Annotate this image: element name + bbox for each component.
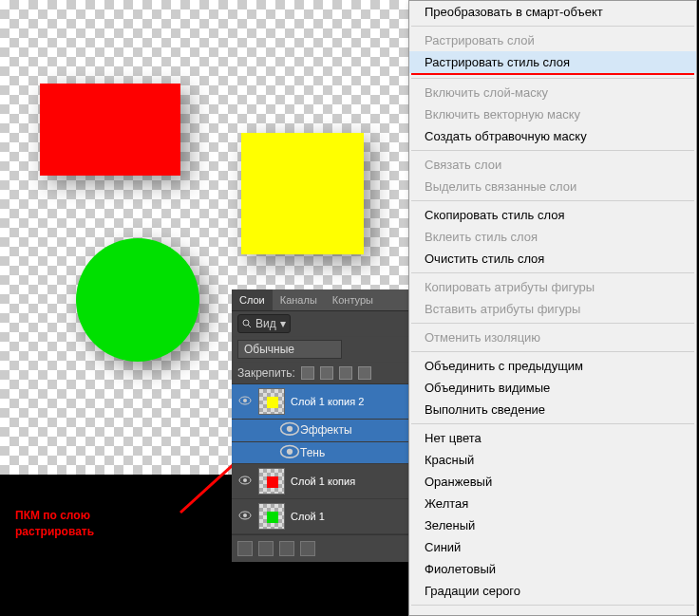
menu-item[interactable]: Градации серого — [409, 580, 696, 602]
chevron-down-icon: ▾ — [280, 317, 286, 330]
menu-separator — [411, 323, 694, 324]
lock-brush-icon[interactable] — [320, 366, 333, 380]
menu-item[interactable]: Красный — [409, 449, 696, 471]
yellow-rect-shape — [241, 133, 364, 254]
adjustment-layer-icon[interactable] — [300, 541, 315, 556]
layer-style-icon[interactable] — [258, 541, 274, 556]
menu-item[interactable]: Желтая — [409, 493, 696, 514]
visibility-eye-icon[interactable] — [232, 475, 258, 488]
lock-transparency-icon[interactable] — [301, 366, 314, 380]
effect-label: Эффекты — [300, 423, 352, 437]
search-icon — [242, 319, 252, 328]
layer-filter-row: Вид ▾ — [232, 311, 408, 337]
layer-list: Слой 1 копия 2ЭффектыТеньСлой 1 копияСло… — [232, 384, 408, 534]
menu-highlight-underline — [411, 73, 694, 75]
layer-filter-dropdown[interactable]: Вид ▾ — [237, 314, 291, 333]
menu-item[interactable]: Растрировать стиль слоя — [409, 51, 696, 73]
layer-row[interactable]: Слой 1 копия 2 — [232, 384, 408, 420]
menu-item: Вставить атрибуты фигуры — [409, 298, 696, 320]
svg-point-12 — [243, 513, 247, 517]
menu-item: Копировать атрибуты фигуры — [409, 276, 696, 298]
lock-position-icon[interactable] — [339, 366, 352, 380]
layers-panel-bottom-bar — [232, 534, 408, 562]
tab-channels[interactable]: Каналы — [273, 289, 325, 310]
menu-item: Включить слой-маску — [409, 82, 696, 103]
menu-item[interactable]: Фиолетовый — [409, 558, 696, 580]
visibility-eye-icon[interactable] — [279, 421, 300, 439]
lock-icons — [301, 366, 371, 380]
blend-mode-value: Обычные — [244, 343, 294, 356]
menu-item: Вклеить стиль слоя — [409, 226, 696, 248]
layer-mask-icon[interactable] — [279, 541, 294, 556]
visibility-eye-icon[interactable] — [232, 510, 258, 523]
menu-separator — [411, 78, 694, 79]
layer-name: Слой 1 копия — [291, 476, 355, 487]
layers-panel: Слои Каналы Контуры Вид ▾ Обычные Закреп… — [232, 289, 408, 562]
layer-thumbnail[interactable] — [258, 388, 285, 415]
menu-item: Выделить связанные слои — [409, 176, 696, 197]
menu-item[interactable]: Почтовая открытка — [409, 608, 696, 616]
menu-item[interactable]: Синий — [409, 536, 696, 558]
layer-effect-row[interactable]: Эффекты — [232, 420, 408, 442]
menu-item: Связать слои — [409, 154, 696, 176]
svg-line-2 — [248, 325, 251, 327]
menu-item[interactable]: Создать обтравочную маску — [409, 125, 696, 147]
layer-thumbnail[interactable] — [258, 468, 285, 495]
red-rect-shape — [40, 84, 180, 176]
layer-name: Слой 1 — [291, 511, 325, 522]
menu-item[interactable]: Нет цвета — [409, 427, 696, 449]
lock-all-icon[interactable] — [358, 366, 371, 380]
menu-item[interactable]: Зеленый — [409, 514, 696, 536]
layer-filter-label: Вид — [255, 317, 276, 330]
layer-thumbnail[interactable] — [258, 503, 285, 530]
annotation-text: ПКМ по слою растрировать — [15, 508, 94, 540]
layer-name: Слой 1 копия 2 — [291, 396, 364, 407]
blend-mode-dropdown[interactable]: Обычные — [237, 340, 342, 359]
visibility-eye-icon[interactable] — [279, 444, 300, 462]
menu-item: Отменить изоляцию — [409, 327, 696, 348]
menu-item[interactable]: Оранжевый — [409, 471, 696, 493]
panel-tabs: Слои Каналы Контуры — [232, 289, 408, 311]
menu-separator — [411, 605, 694, 606]
svg-point-8 — [287, 448, 293, 454]
layer-effect-row[interactable]: Тень — [232, 442, 408, 465]
menu-separator — [411, 26, 694, 27]
visibility-eye-icon[interactable] — [232, 395, 258, 408]
menu-separator — [411, 423, 694, 424]
menu-separator — [411, 150, 694, 151]
menu-separator — [411, 200, 694, 201]
tab-paths[interactable]: Контуры — [325, 289, 381, 310]
annotation-line-1: ПКМ по слою — [15, 508, 94, 524]
svg-point-10 — [243, 478, 247, 482]
effect-label: Тень — [300, 446, 325, 459]
context-menu: Преобразовать в смарт-объектРастрировать… — [408, 0, 697, 616]
menu-item[interactable]: Преобразовать в смарт-объект — [409, 1, 696, 23]
layer-row[interactable]: Слой 1 копия — [232, 464, 408, 499]
menu-item[interactable]: Выполнить сведение — [409, 399, 696, 420]
green-circle-shape — [76, 238, 199, 362]
menu-item[interactable]: Объединить с предыдущим — [409, 355, 696, 377]
lock-row: Закрепить: — [232, 363, 408, 384]
menu-separator — [411, 351, 694, 352]
svg-point-6 — [287, 426, 293, 432]
menu-separator — [411, 272, 694, 273]
annotation-line-2: растрировать — [15, 524, 94, 540]
blend-mode-row: Обычные — [232, 337, 408, 363]
layer-row[interactable]: Слой 1 — [232, 499, 408, 534]
menu-item: Растрировать слой — [409, 29, 696, 51]
menu-item: Включить векторную маску — [409, 103, 696, 125]
svg-point-4 — [243, 399, 247, 402]
tab-layers[interactable]: Слои — [232, 289, 273, 310]
link-layers-icon[interactable] — [237, 541, 253, 556]
menu-item[interactable]: Очистить стиль слоя — [409, 248, 696, 270]
lock-label: Закрепить: — [237, 366, 295, 380]
menu-item[interactable]: Объединить видимые — [409, 377, 696, 399]
menu-item[interactable]: Скопировать стиль слоя — [409, 204, 696, 226]
